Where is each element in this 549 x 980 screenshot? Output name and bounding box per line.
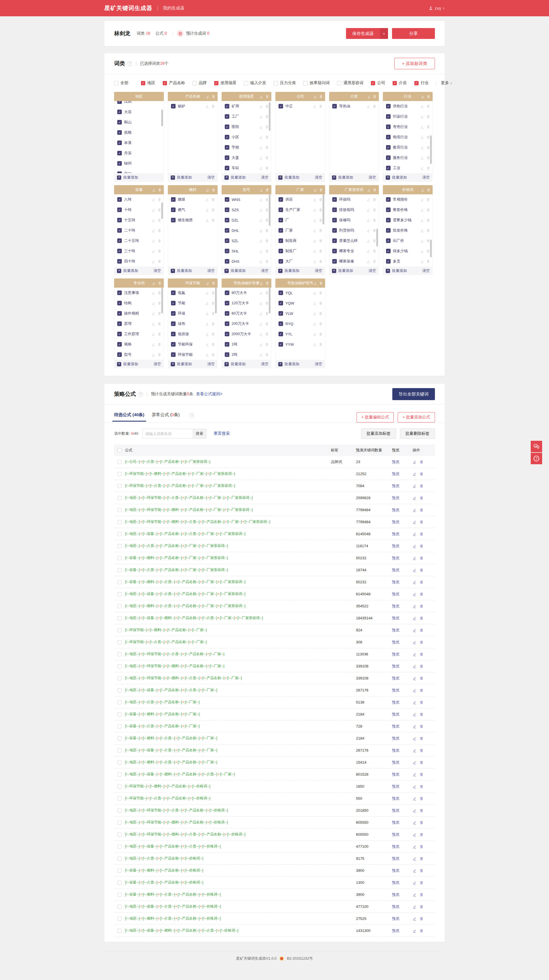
save-dropdown-caret-icon[interactable]: ∨ bbox=[380, 28, 388, 39]
edit-icon[interactable] bbox=[413, 737, 417, 740]
delete-icon[interactable] bbox=[419, 628, 424, 632]
batch-add-button[interactable]: +批量添加 bbox=[171, 268, 192, 273]
edit-icon[interactable] bbox=[205, 291, 209, 295]
row-checkbox[interactable] bbox=[117, 833, 122, 837]
delete-icon[interactable] bbox=[212, 282, 215, 285]
edit-icon[interactable] bbox=[152, 301, 155, 305]
checkbox-icon[interactable]: ✓ bbox=[225, 228, 229, 233]
delete-icon[interactable] bbox=[319, 229, 322, 232]
delete-icon[interactable] bbox=[426, 218, 430, 222]
delete-icon[interactable] bbox=[211, 322, 215, 326]
edit-icon[interactable] bbox=[205, 353, 209, 356]
edit-icon[interactable] bbox=[413, 713, 417, 716]
delete-icon[interactable] bbox=[265, 343, 269, 346]
edit-icon[interactable] bbox=[313, 291, 317, 295]
edit-icon[interactable] bbox=[152, 353, 155, 356]
delete-icon[interactable] bbox=[157, 239, 161, 243]
delete-icon[interactable] bbox=[373, 188, 376, 192]
checkbox-icon[interactable] bbox=[274, 81, 278, 85]
edit-icon[interactable] bbox=[420, 135, 424, 139]
preview-link[interactable]: 预览 bbox=[392, 808, 400, 813]
batch-delete-tag-button[interactable]: 批量删除标签 bbox=[400, 428, 435, 439]
batch-add-button[interactable]: +批量添加 bbox=[171, 175, 192, 180]
scrollbar-thumb[interactable] bbox=[376, 229, 378, 247]
batch-add-button[interactable]: +批量添加 bbox=[224, 175, 246, 180]
edit-icon[interactable] bbox=[152, 259, 155, 263]
formula-rules-link[interactable]: 查看公式规则> bbox=[196, 391, 222, 397]
filter-行业[interactable]: ✓行业 bbox=[414, 80, 428, 86]
checkbox-icon[interactable]: ✓ bbox=[163, 81, 167, 85]
checkbox-icon[interactable]: ✓ bbox=[171, 352, 176, 357]
checkbox-icon[interactable]: ✓ bbox=[279, 207, 283, 212]
batch-add-button[interactable]: +批量添加 bbox=[117, 268, 138, 273]
checkbox-icon[interactable]: ✓ bbox=[117, 151, 122, 156]
preview-link[interactable]: 预览 bbox=[392, 700, 400, 705]
edit-icon[interactable] bbox=[206, 188, 209, 192]
preview-link[interactable]: 预览 bbox=[392, 832, 400, 837]
edit-icon[interactable] bbox=[367, 208, 370, 212]
checkbox-icon[interactable]: ✓ bbox=[117, 249, 122, 253]
delete-icon[interactable] bbox=[419, 700, 424, 705]
checkbox-icon[interactable]: ✓ bbox=[117, 161, 122, 166]
clear-button[interactable]: 清空 bbox=[315, 175, 322, 180]
delete-icon[interactable] bbox=[419, 520, 424, 524]
delete-icon[interactable] bbox=[265, 249, 269, 253]
save-generator-button[interactable]: 保存生成器 ∨ bbox=[346, 28, 388, 39]
delete-icon[interactable] bbox=[157, 249, 161, 253]
edit-icon[interactable] bbox=[259, 239, 263, 243]
edit-icon[interactable] bbox=[259, 198, 263, 202]
edit-icon[interactable] bbox=[313, 208, 317, 212]
delete-icon[interactable] bbox=[319, 188, 323, 192]
edit-icon[interactable] bbox=[420, 218, 424, 222]
edit-icon[interactable] bbox=[413, 520, 417, 524]
help-icon[interactable]: ? bbox=[127, 61, 132, 66]
checkbox-icon[interactable] bbox=[114, 81, 118, 85]
row-checkbox[interactable] bbox=[117, 748, 122, 752]
checkbox-icon[interactable]: ✓ bbox=[171, 291, 176, 295]
delete-icon[interactable] bbox=[426, 259, 430, 263]
edit-icon[interactable] bbox=[313, 95, 317, 99]
delete-icon[interactable] bbox=[265, 218, 269, 222]
edit-icon[interactable] bbox=[367, 229, 370, 232]
scrollbar-thumb[interactable] bbox=[269, 288, 270, 313]
filter-地区[interactable]: ✓地区 bbox=[141, 80, 155, 86]
checkbox-icon[interactable]: ✓ bbox=[117, 352, 122, 357]
edit-icon[interactable] bbox=[420, 259, 424, 263]
edit-icon[interactable] bbox=[259, 332, 263, 336]
edit-icon[interactable] bbox=[259, 146, 263, 150]
edit-icon[interactable] bbox=[259, 259, 263, 263]
delete-icon[interactable] bbox=[157, 312, 161, 315]
clear-button[interactable]: 清空 bbox=[315, 361, 322, 367]
checkbox-icon[interactable]: ✓ bbox=[117, 259, 122, 264]
delete-icon[interactable] bbox=[265, 166, 269, 170]
checkbox-icon[interactable]: ✓ bbox=[117, 218, 122, 223]
delete-icon[interactable] bbox=[319, 198, 322, 202]
filter-品牌[interactable]: 品牌 bbox=[192, 80, 207, 86]
delete-icon[interactable] bbox=[319, 208, 322, 212]
help-icon[interactable]: ? bbox=[189, 413, 194, 418]
edit-icon[interactable] bbox=[152, 343, 155, 346]
edit-icon[interactable] bbox=[420, 249, 424, 253]
edit-icon[interactable] bbox=[152, 229, 155, 232]
filter-通用形容词[interactable]: 通用形容词 bbox=[337, 80, 363, 86]
delete-icon[interactable] bbox=[158, 282, 162, 285]
delete-icon[interactable] bbox=[157, 229, 161, 232]
checkbox-icon[interactable]: ✓ bbox=[332, 228, 337, 233]
preview-link[interactable]: 预览 bbox=[392, 820, 400, 824]
edit-icon[interactable] bbox=[413, 628, 417, 632]
checkbox-icon[interactable]: ✓ bbox=[386, 207, 390, 212]
checkbox-icon[interactable]: ✓ bbox=[117, 101, 122, 104]
delete-icon[interactable] bbox=[157, 322, 161, 326]
checkbox-icon[interactable]: ✓ bbox=[117, 239, 122, 243]
edit-icon[interactable] bbox=[313, 239, 317, 243]
delete-icon[interactable] bbox=[426, 198, 430, 202]
edit-icon[interactable] bbox=[367, 249, 370, 253]
delete-icon[interactable] bbox=[373, 208, 376, 212]
tab-abnormal-formulas[interactable]: 异常公式 (0条) bbox=[152, 412, 180, 422]
edit-icon[interactable] bbox=[420, 229, 424, 232]
edit-icon[interactable] bbox=[413, 544, 417, 548]
checkbox-icon[interactable]: ✓ bbox=[117, 291, 122, 295]
row-checkbox[interactable] bbox=[117, 713, 122, 716]
edit-icon[interactable] bbox=[413, 592, 417, 596]
preview-link[interactable]: 预览 bbox=[392, 532, 400, 536]
